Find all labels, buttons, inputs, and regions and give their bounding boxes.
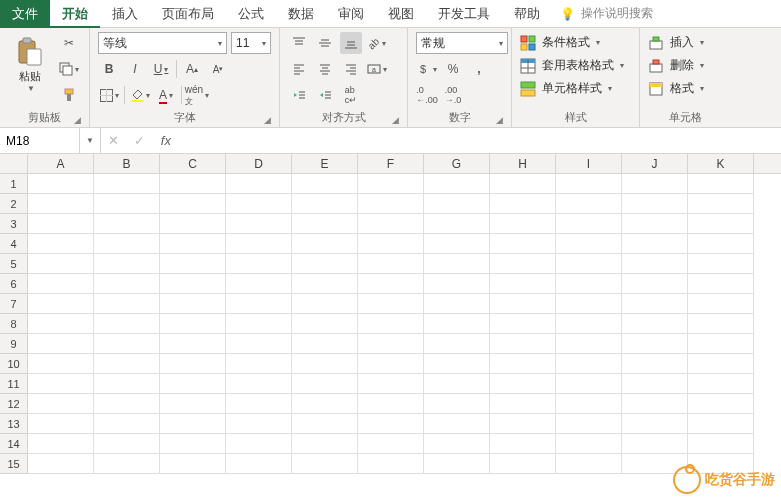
- align-right-button[interactable]: [340, 58, 362, 80]
- column-header[interactable]: B: [94, 154, 160, 173]
- clipboard-dialog-launcher[interactable]: ◢: [74, 115, 81, 125]
- cell[interactable]: [622, 294, 688, 314]
- cell[interactable]: [28, 234, 94, 254]
- cell[interactable]: [556, 194, 622, 214]
- cell[interactable]: [28, 334, 94, 354]
- insert-cells-button[interactable]: 插入▾: [648, 32, 704, 53]
- format-cells-button[interactable]: 格式▾: [648, 78, 704, 99]
- cell[interactable]: [358, 394, 424, 414]
- cell[interactable]: [28, 254, 94, 274]
- cell[interactable]: [94, 234, 160, 254]
- align-dialog-launcher[interactable]: ◢: [392, 115, 399, 125]
- cell[interactable]: [28, 414, 94, 434]
- paste-button[interactable]: 粘贴 ▼: [8, 32, 52, 98]
- cell[interactable]: [688, 354, 754, 374]
- comma-button[interactable]: ,: [468, 58, 490, 80]
- cell[interactable]: [226, 414, 292, 434]
- cell[interactable]: [622, 414, 688, 434]
- align-middle-button[interactable]: [314, 32, 336, 54]
- tab-view[interactable]: 视图: [376, 0, 426, 28]
- cell[interactable]: [358, 234, 424, 254]
- cell[interactable]: [292, 294, 358, 314]
- cell[interactable]: [292, 234, 358, 254]
- tab-data[interactable]: 数据: [276, 0, 326, 28]
- cell[interactable]: [94, 334, 160, 354]
- cell[interactable]: [358, 294, 424, 314]
- cell[interactable]: [424, 254, 490, 274]
- cell[interactable]: [688, 294, 754, 314]
- align-top-button[interactable]: [288, 32, 310, 54]
- tab-page-layout[interactable]: 页面布局: [150, 0, 226, 28]
- cell[interactable]: [28, 214, 94, 234]
- cell[interactable]: [94, 314, 160, 334]
- cell[interactable]: [160, 174, 226, 194]
- cell[interactable]: [292, 454, 358, 474]
- select-all-corner[interactable]: [0, 154, 28, 173]
- row-header[interactable]: 13: [0, 414, 28, 434]
- align-center-button[interactable]: [314, 58, 336, 80]
- cell[interactable]: [424, 334, 490, 354]
- cell[interactable]: [490, 374, 556, 394]
- cell[interactable]: [556, 294, 622, 314]
- cell[interactable]: [622, 274, 688, 294]
- cell[interactable]: [292, 414, 358, 434]
- cell[interactable]: [160, 454, 226, 474]
- font-dialog-launcher[interactable]: ◢: [264, 115, 271, 125]
- increase-font-button[interactable]: A▴: [181, 58, 203, 80]
- row-header[interactable]: 14: [0, 434, 28, 454]
- row-header[interactable]: 9: [0, 334, 28, 354]
- cell[interactable]: [424, 174, 490, 194]
- cell[interactable]: [688, 174, 754, 194]
- tab-help[interactable]: 帮助: [502, 0, 552, 28]
- cell[interactable]: [94, 454, 160, 474]
- orientation-button[interactable]: ab▾: [366, 32, 388, 54]
- cell[interactable]: [490, 194, 556, 214]
- cell[interactable]: [424, 394, 490, 414]
- cell[interactable]: [226, 234, 292, 254]
- cell[interactable]: [28, 294, 94, 314]
- cell[interactable]: [226, 394, 292, 414]
- cell[interactable]: [28, 374, 94, 394]
- cell[interactable]: [94, 254, 160, 274]
- cell[interactable]: [622, 254, 688, 274]
- wrap-text-button[interactable]: abc↵: [340, 84, 362, 106]
- cell[interactable]: [622, 374, 688, 394]
- cell[interactable]: [490, 214, 556, 234]
- cell[interactable]: [292, 194, 358, 214]
- row-header[interactable]: 2: [0, 194, 28, 214]
- cell[interactable]: [490, 314, 556, 334]
- cell[interactable]: [160, 414, 226, 434]
- cell[interactable]: [94, 374, 160, 394]
- cell[interactable]: [490, 454, 556, 474]
- cell[interactable]: [556, 414, 622, 434]
- cell[interactable]: [160, 354, 226, 374]
- cell[interactable]: [226, 294, 292, 314]
- cell[interactable]: [556, 354, 622, 374]
- cell[interactable]: [292, 274, 358, 294]
- cell[interactable]: [292, 354, 358, 374]
- cell[interactable]: [424, 434, 490, 454]
- tell-me[interactable]: 💡 操作说明搜索: [560, 5, 653, 22]
- number-format-select[interactable]: 常规▾: [416, 32, 508, 54]
- cell[interactable]: [28, 174, 94, 194]
- cell[interactable]: [424, 354, 490, 374]
- cell[interactable]: [424, 214, 490, 234]
- cell[interactable]: [94, 354, 160, 374]
- cell[interactable]: [226, 374, 292, 394]
- cell[interactable]: [622, 194, 688, 214]
- name-box[interactable]: [0, 128, 80, 153]
- align-bottom-button[interactable]: [340, 32, 362, 54]
- name-box-input[interactable]: [6, 134, 73, 148]
- cancel-formula-button[interactable]: ✕: [101, 133, 127, 148]
- italic-button[interactable]: I: [124, 58, 146, 80]
- cell[interactable]: [226, 194, 292, 214]
- cell[interactable]: [688, 394, 754, 414]
- cell-styles-button[interactable]: 单元格样式▾: [520, 78, 624, 99]
- cell[interactable]: [622, 354, 688, 374]
- cell[interactable]: [292, 314, 358, 334]
- cell[interactable]: [358, 414, 424, 434]
- cell[interactable]: [28, 314, 94, 334]
- cell[interactable]: [424, 294, 490, 314]
- cell[interactable]: [622, 174, 688, 194]
- cell[interactable]: [688, 334, 754, 354]
